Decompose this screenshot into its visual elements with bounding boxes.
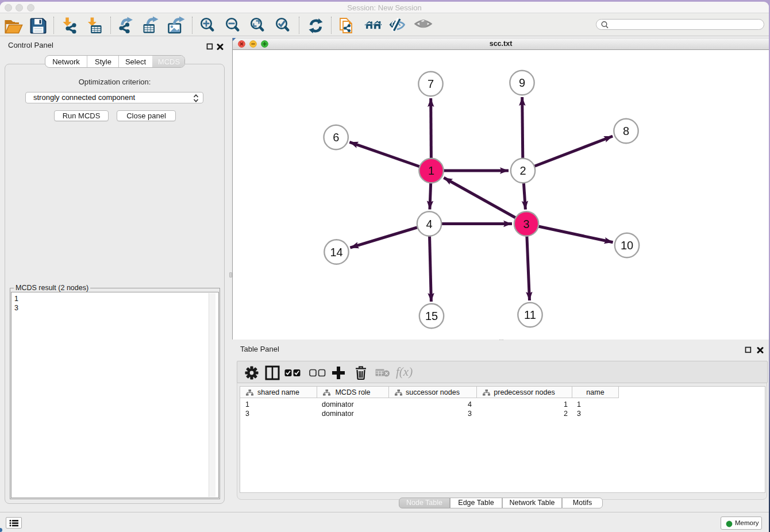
svg-text:9: 9 — [519, 76, 525, 89]
svg-text:15: 15 — [425, 310, 438, 322]
svg-text:1: 1 — [428, 164, 434, 177]
svg-text:7: 7 — [428, 78, 434, 90]
svg-text:10: 10 — [621, 239, 633, 252]
svg-text:8: 8 — [623, 125, 629, 137]
svg-text:2: 2 — [519, 164, 526, 177]
svg-text:3: 3 — [523, 218, 529, 230]
svg-text:6: 6 — [333, 131, 339, 144]
svg-text:11: 11 — [524, 309, 536, 321]
svg-text:14: 14 — [330, 246, 342, 259]
svg-text:4: 4 — [426, 218, 432, 230]
